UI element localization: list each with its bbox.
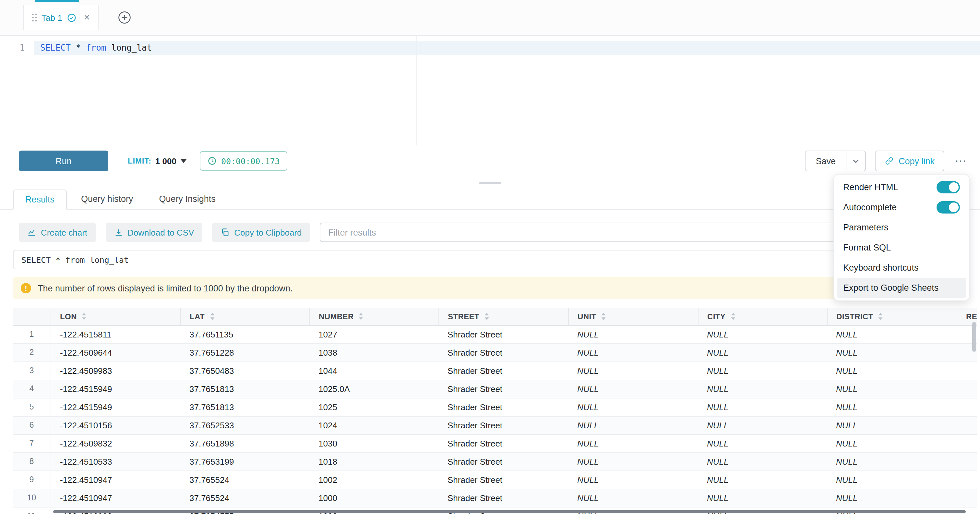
clock-icon <box>208 156 216 166</box>
menu-item-label: Keyboard shortcuts <box>843 263 919 273</box>
save-button[interactable]: Save <box>805 150 847 171</box>
table-row[interactable]: 5-122.451594937.76518131025Shrader Stree… <box>13 398 977 416</box>
close-tab-icon[interactable]: ✕ <box>84 13 90 22</box>
null-value: NULL <box>707 438 729 448</box>
table-body: 1-122.451581137.76511351027Shrader Stree… <box>13 325 977 514</box>
menu-item-keyboard-shortcuts[interactable]: Keyboard shortcuts <box>837 258 966 278</box>
cell-city: NULL <box>698 398 827 416</box>
cell-district: NULL <box>827 380 957 398</box>
pane-drag-handle[interactable] <box>479 182 501 184</box>
column-label: STREET <box>448 312 479 321</box>
add-tab-button[interactable] <box>117 10 132 25</box>
copy-clipboard-button[interactable]: Copy to Clipboard <box>212 223 310 242</box>
menu-item-format-sql[interactable]: Format SQL <box>837 238 966 258</box>
cell-lon: -122.4510947 <box>51 489 180 507</box>
link-icon <box>885 156 894 166</box>
cell-lon: -122.4509983 <box>51 361 180 380</box>
row-number: 5 <box>13 398 51 416</box>
cell-re <box>957 361 977 380</box>
limit-label: LIMIT: <box>128 156 151 166</box>
column-header-unit[interactable]: UNIT <box>568 308 698 325</box>
cell-re <box>957 471 977 489</box>
cell-district: NULL <box>827 434 957 452</box>
cell-street: Shrader Street <box>438 380 568 398</box>
tab-query-history[interactable]: Query history <box>69 189 145 209</box>
null-value: NULL <box>836 402 858 412</box>
table-row[interactable]: 4-122.451594937.76518131025.0AShrader St… <box>13 380 977 398</box>
row-number: 11 <box>13 507 51 514</box>
null-value: NULL <box>577 493 599 503</box>
cell-number: 1025 <box>309 398 438 416</box>
table-row[interactable]: 2-122.450964437.76512281038Shrader Stree… <box>13 343 977 361</box>
more-options-button[interactable]: ⋯ <box>953 153 968 169</box>
sql-editor[interactable]: 1 SELECT * from long_lat <box>0 36 980 145</box>
cell-number: 1018 <box>309 452 438 471</box>
cell-unit: NULL <box>568 361 698 380</box>
cell-city: NULL <box>698 416 827 434</box>
save-dropdown-button[interactable] <box>847 150 866 171</box>
tab-query-insights[interactable]: Query Insights <box>148 189 228 209</box>
cell-re <box>957 380 977 398</box>
table-row[interactable]: 9-122.451094737.7655241002Shrader Street… <box>13 471 977 489</box>
column-header-number[interactable]: NUMBER <box>309 308 438 325</box>
cell-unit: NULL <box>568 398 698 416</box>
cell-lon: -122.4515949 <box>51 398 180 416</box>
column-header-lon[interactable]: LON <box>51 308 180 325</box>
cell-district: NULL <box>827 452 957 471</box>
cell-city: NULL <box>698 452 827 471</box>
cell-number: 1030 <box>309 434 438 452</box>
timer-value: 00:00:00.173 <box>221 156 280 166</box>
cell-number: 1044 <box>309 361 438 380</box>
vertical-scrollbar[interactable] <box>972 322 976 352</box>
null-value: NULL <box>577 475 599 484</box>
limit-dropdown[interactable]: LIMIT: 1 000 <box>128 156 187 166</box>
table-row[interactable]: 7-122.450983237.76518981030Shrader Stree… <box>13 434 977 452</box>
menu-item-render-html[interactable]: Render HTML <box>837 177 966 197</box>
cell-unit: NULL <box>568 416 698 434</box>
column-header-city[interactable]: CITY <box>698 308 827 325</box>
toggle-render-html[interactable] <box>937 181 960 193</box>
cell-street: Shrader Street <box>438 489 568 507</box>
cell-city: NULL <box>698 325 827 343</box>
menu-item-parameters[interactable]: Parameters <box>837 217 966 238</box>
cell-lat: 37.7651135 <box>180 325 309 343</box>
sql-table-name: long_lat <box>111 43 152 53</box>
cell-district: NULL <box>827 489 957 507</box>
cell-unit: NULL <box>568 380 698 398</box>
menu-item-autocomplete[interactable]: Autocomplete <box>837 197 966 217</box>
table-row[interactable]: 3-122.450998337.76504831044Shrader Stree… <box>13 361 977 380</box>
create-chart-button[interactable]: Create chart <box>19 223 95 242</box>
column-header-district[interactable]: DISTRICT <box>827 308 957 325</box>
table-row[interactable]: 8-122.451053337.76531991018Shrader Stree… <box>13 452 977 471</box>
menu-item-label: Parameters <box>843 223 889 232</box>
run-button[interactable]: Run <box>19 150 108 171</box>
tab-tab1[interactable]: Tab 1 ✕ <box>23 5 99 30</box>
table-row[interactable]: 1-122.451581137.76511351027Shrader Stree… <box>13 325 977 343</box>
column-label: DISTRICT <box>836 312 873 321</box>
cell-re <box>957 452 977 471</box>
sort-icon <box>209 313 215 321</box>
toggle-autocomplete[interactable] <box>937 201 960 214</box>
cell-lon: -122.4509832 <box>51 434 180 452</box>
drag-handle-icon <box>32 13 37 22</box>
cell-city: NULL <box>698 489 827 507</box>
download-csv-button[interactable]: Download to CSV <box>105 223 202 242</box>
copy-link-label: Copy link <box>899 156 935 166</box>
cell-number: 1027 <box>309 325 438 343</box>
column-header-lat[interactable]: LAT <box>180 308 309 325</box>
tab-results[interactable]: Results <box>13 190 67 210</box>
sort-icon <box>484 313 490 321</box>
table-row[interactable]: 6-122.451015637.76525331024Shrader Stree… <box>13 416 977 434</box>
cell-street: Shrader Street <box>438 343 568 361</box>
horizontal-scrollbar[interactable] <box>53 510 966 513</box>
null-value: NULL <box>577 348 599 357</box>
cell-lon: -122.4510947 <box>51 471 180 489</box>
table-row[interactable]: 10-122.451094737.7655241000Shrader Stree… <box>13 489 977 507</box>
editor-code-area[interactable]: SELECT * from long_lat <box>34 36 980 145</box>
column-header-street[interactable]: STREET <box>438 308 568 325</box>
row-number: 3 <box>13 361 51 380</box>
menu-item-export-to-google-sheets[interactable]: Export to Google Sheets <box>837 278 966 298</box>
copy-link-button[interactable]: Copy link <box>875 150 944 171</box>
cell-lat: 37.7651813 <box>180 398 309 416</box>
results-actions-row: Create chart Download to CSV Copy to Cli… <box>0 223 980 242</box>
